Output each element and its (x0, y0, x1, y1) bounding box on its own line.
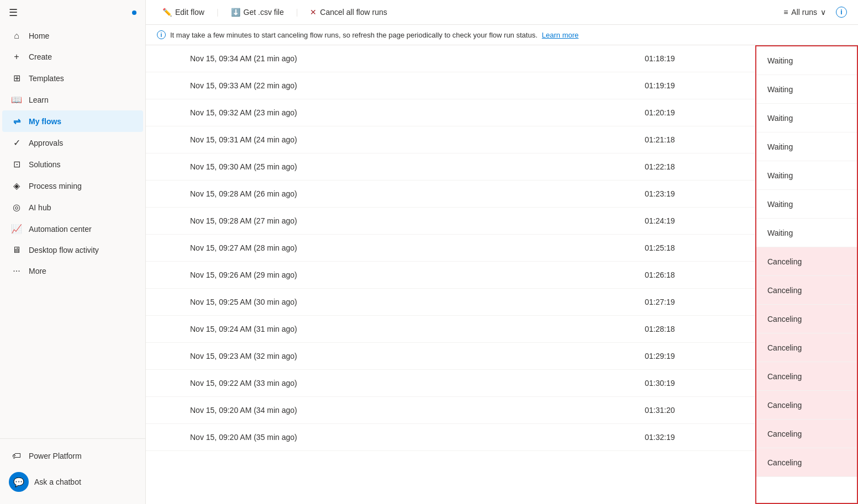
sidebar-dot (132, 10, 136, 15)
table-row: Nov 15, 09:20 AM (34 min ago) 01:31:20 (146, 397, 755, 424)
sidebar-item-home[interactable]: ⌂ Home (2, 25, 143, 46)
run-duration: 01:31:20 (634, 397, 755, 423)
learn-more-link[interactable]: Learn more (542, 31, 578, 39)
cancel-all-label: Cancel all flow runs (320, 8, 387, 17)
more-icon: ··· (11, 266, 22, 276)
sidebar: ☰ ⌂ Home + Create ⊞ Templates 📖 Learn ⇌ … (0, 0, 146, 504)
run-duration: 01:30:19 (634, 370, 755, 396)
all-runs-button[interactable]: ≡ All runs ∨ (778, 4, 831, 20)
run-start-time: Nov 15, 09:26 AM (29 min ago) (146, 262, 634, 288)
status-cell: Waiting (756, 132, 857, 161)
approvals-icon: ✓ (11, 137, 22, 148)
banner-info-icon: i (157, 30, 166, 39)
run-duration: 01:20:19 (634, 99, 755, 126)
nav-items: ⌂ Home + Create ⊞ Templates 📖 Learn ⇌ My… (0, 25, 145, 282)
edit-flow-label: Edit flow (175, 8, 204, 17)
chatbot-label: Ask a chatbot (34, 478, 81, 486)
table-row: Nov 15, 09:27 AM (28 min ago) 01:25:18 (146, 235, 755, 262)
sidebar-item-automation-center[interactable]: 📈 Automation center (2, 218, 143, 240)
sidebar-item-desktop-flow-activity[interactable]: 🖥 Desktop flow activity (2, 240, 143, 261)
run-start-time: Nov 15, 09:24 AM (31 min ago) (146, 316, 634, 342)
status-cell: Waiting (756, 104, 857, 132)
sidebar-header: ☰ (0, 0, 145, 25)
run-duration: 01:21:18 (634, 126, 755, 153)
run-start-time: Nov 15, 09:23 AM (32 min ago) (146, 343, 634, 369)
power-platform-icon: 🏷 (11, 451, 22, 461)
sidebar-item-my-flows[interactable]: ⇌ My flows (2, 110, 143, 132)
run-duration: 01:29:19 (634, 343, 755, 369)
sidebar-item-label-templates: Templates (29, 74, 64, 83)
table-row: Nov 15, 09:25 AM (30 min ago) 01:27:19 (146, 289, 755, 316)
run-start-time: Nov 15, 09:22 AM (33 min ago) (146, 370, 634, 396)
status-cell: Waiting (756, 161, 857, 190)
run-start-time: Nov 15, 09:20 AM (34 min ago) (146, 397, 634, 423)
table-row: Nov 15, 09:23 AM (32 min ago) 01:29:19 (146, 343, 755, 370)
table-row: Nov 15, 09:32 AM (23 min ago) 01:20:19 (146, 99, 755, 126)
ai-hub-icon: ◎ (11, 202, 22, 213)
status-cell: Canceling (756, 305, 857, 333)
get-csv-button[interactable]: ⬇️ Get .csv file (225, 4, 289, 20)
chatbot-button[interactable]: 💬 Ask a chatbot (0, 466, 145, 497)
run-start-time: Nov 15, 09:25 AM (30 min ago) (146, 289, 634, 315)
run-duration: 01:18:19 (634, 45, 755, 72)
toolbar-divider-1: | (217, 8, 219, 17)
table-row: Nov 15, 09:26 AM (29 min ago) 01:26:18 (146, 262, 755, 289)
banner-text: It may take a few minutes to start cance… (170, 31, 538, 39)
sidebar-item-label-solutions: Solutions (29, 160, 61, 169)
toolbar-right: ≡ All runs ∨ i (778, 4, 847, 20)
sidebar-item-create[interactable]: + Create (2, 46, 143, 67)
run-duration: 01:23:19 (634, 181, 755, 207)
run-start-time: Nov 15, 09:30 AM (25 min ago) (146, 153, 634, 180)
status-cell: Waiting (756, 75, 857, 104)
run-duration: 01:28:18 (634, 316, 755, 342)
learn-icon: 📖 (11, 94, 22, 105)
status-cell: Canceling (756, 247, 857, 276)
sidebar-item-more[interactable]: ··· More (2, 261, 143, 282)
sidebar-item-approvals[interactable]: ✓ Approvals (2, 132, 143, 153)
home-icon: ⌂ (11, 31, 22, 41)
toolbar-divider-2: | (296, 8, 298, 17)
sidebar-item-solutions[interactable]: ⊡ Solutions (2, 153, 143, 175)
solutions-icon: ⊡ (11, 159, 22, 169)
table-row: Nov 15, 09:34 AM (21 min ago) 01:18:19 (146, 45, 755, 72)
runs-table: Nov 15, 09:34 AM (21 min ago) 01:18:19 N… (146, 45, 755, 504)
run-duration: 01:22:18 (634, 153, 755, 180)
all-runs-label: All runs (791, 8, 817, 17)
sidebar-item-templates[interactable]: ⊞ Templates (2, 67, 143, 89)
status-cell: Waiting (756, 219, 857, 247)
sidebar-item-label-my-flows: My flows (29, 117, 61, 126)
cancel-icon: ✕ (310, 8, 317, 17)
sidebar-item-label-automation-center: Automation center (29, 225, 92, 234)
run-start-time: Nov 15, 09:28 AM (26 min ago) (146, 181, 634, 207)
status-cell: Canceling (756, 362, 857, 391)
sidebar-item-label-home: Home (29, 31, 49, 40)
sidebar-item-process-mining[interactable]: ◈ Process mining (2, 175, 143, 197)
status-cell: Canceling (756, 448, 857, 477)
desktop-flow-activity-icon: 🖥 (11, 245, 22, 255)
sidebar-item-learn[interactable]: 📖 Learn (2, 89, 143, 110)
edit-flow-button[interactable]: ✏️ Edit flow (157, 4, 210, 20)
status-cell: Canceling (756, 276, 857, 305)
info-button[interactable]: i (836, 7, 847, 18)
edit-icon: ✏️ (162, 8, 172, 17)
get-csv-label: Get .csv file (244, 8, 284, 17)
sidebar-item-power-platform[interactable]: 🏷 Power Platform (2, 445, 143, 466)
table-row: Nov 15, 09:28 AM (26 min ago) 01:23:19 (146, 181, 755, 208)
process-mining-icon: ◈ (11, 181, 22, 191)
my-flows-icon: ⇌ (11, 116, 22, 126)
table-row: Nov 15, 09:31 AM (24 min ago) 01:21:18 (146, 126, 755, 153)
run-start-time: Nov 15, 09:32 AM (23 min ago) (146, 99, 634, 126)
sidebar-footer: 🏷 Power Platform 💬 Ask a chatbot (0, 438, 145, 504)
cancel-all-button[interactable]: ✕ Cancel all flow runs (304, 4, 392, 20)
sidebar-item-label-create: Create (29, 52, 52, 61)
info-banner: i It may take a few minutes to start can… (146, 25, 858, 45)
toolbar: ✏️ Edit flow | ⬇️ Get .csv file | ✕ Canc… (146, 0, 858, 25)
run-duration: 01:19:19 (634, 72, 755, 99)
status-cell: Waiting (756, 46, 857, 75)
status-cell: Canceling (756, 420, 857, 448)
run-start-time: Nov 15, 09:20 AM (35 min ago) (146, 424, 634, 450)
sidebar-item-ai-hub[interactable]: ◎ AI hub (2, 197, 143, 218)
create-icon: + (11, 52, 22, 62)
hamburger-icon[interactable]: ☰ (9, 7, 18, 19)
sidebar-item-label-process-mining: Process mining (29, 182, 82, 190)
